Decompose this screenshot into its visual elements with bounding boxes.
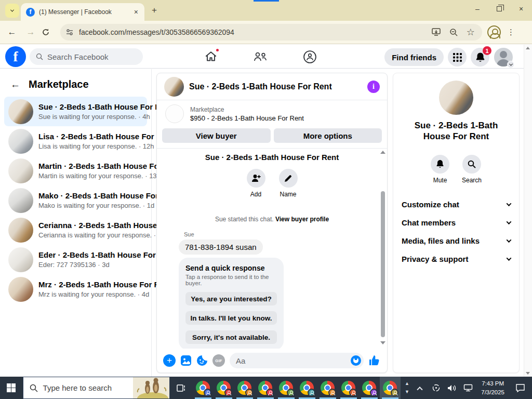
page-scrollbar[interactable] bbox=[524, 45, 532, 377]
account-button[interactable] bbox=[494, 47, 513, 67]
search-highlight-image[interactable] bbox=[133, 377, 169, 398]
notifications-button[interactable]: 1 bbox=[471, 48, 489, 66]
chat-scrollbar-thumb[interactable] bbox=[381, 191, 385, 337]
groups-icon bbox=[303, 50, 317, 64]
tray-expand-button[interactable] bbox=[414, 386, 426, 390]
chat-scrollbar[interactable] bbox=[380, 151, 385, 347]
restore-button[interactable] bbox=[488, 0, 510, 18]
browser-profile-icon[interactable] bbox=[487, 25, 501, 39]
quick-response-option-2[interactable]: In talks. I'll let you know. bbox=[185, 311, 277, 325]
facebook-header: f Search Facebook Find friends bbox=[0, 45, 524, 69]
address-bar[interactable]: facebook.com/messages/t/3053586656936209… bbox=[60, 24, 482, 41]
browser-menu-icon[interactable]: ⋮ bbox=[507, 28, 515, 37]
tray-app-icon[interactable] bbox=[430, 383, 442, 392]
composer-more-button[interactable]: + bbox=[163, 354, 176, 367]
scroll-down-icon[interactable] bbox=[380, 341, 385, 347]
taskbar-search[interactable]: Type here to search bbox=[23, 377, 170, 399]
reload-button[interactable] bbox=[42, 28, 57, 36]
minimize-button[interactable]: – bbox=[467, 0, 488, 18]
chrome-window-5[interactable] bbox=[276, 377, 297, 399]
chevron-down-icon bbox=[10, 8, 14, 12]
view-buyer-button[interactable]: View buyer bbox=[162, 128, 271, 143]
scroll-up-icon[interactable] bbox=[380, 151, 385, 156]
emoji-icon[interactable] bbox=[351, 355, 361, 366]
chrome-icon bbox=[321, 381, 335, 395]
section-privacy-support[interactable]: Privacy & support bbox=[393, 250, 519, 268]
find-friends-button[interactable]: Find friends bbox=[384, 48, 444, 66]
conversation-item-martin[interactable]: Martin · 2-Beds 1-Bath House For ... Mar… bbox=[4, 156, 147, 185]
home-tab[interactable] bbox=[200, 46, 222, 68]
conversation-item-mrz[interactable]: Mrz · 2-Beds 1-Bath House For Rent Mrz i… bbox=[4, 274, 147, 304]
conversation-avatar bbox=[8, 247, 33, 272]
gif-button[interactable]: GIF bbox=[212, 354, 225, 367]
taskbar-clock[interactable]: 7:43 PM 7/3/2025 bbox=[478, 379, 508, 396]
restore-icon bbox=[497, 6, 502, 11]
section-chat-members[interactable]: Chat members bbox=[393, 214, 519, 232]
message-bubble[interactable]: 781-838-1894 susan bbox=[179, 240, 263, 255]
thumbs-up-button[interactable] bbox=[368, 354, 381, 367]
message-input[interactable]: Aa bbox=[230, 353, 364, 368]
name-chat-button[interactable]: Name bbox=[279, 169, 298, 198]
more-options-button[interactable]: More options bbox=[274, 128, 382, 143]
conversation-meta: Sue is waiting for your response. · 4h bbox=[38, 113, 172, 121]
chrome-window-4[interactable] bbox=[255, 377, 276, 399]
taskbar-overflow-arrows[interactable]: ▲ ▼ bbox=[401, 377, 414, 399]
view-buyer-profile-link[interactable]: View buyer profile bbox=[275, 216, 329, 223]
chrome-window-6[interactable] bbox=[297, 377, 317, 399]
back-icon[interactable]: ← bbox=[10, 79, 20, 90]
url-text[interactable]: facebook.com/messages/t/3053586656936209… bbox=[79, 28, 427, 36]
network-icon[interactable] bbox=[462, 384, 474, 392]
browser-tab[interactable]: f (1) Messenger | Facebook × bbox=[21, 3, 144, 21]
back-button[interactable]: ← bbox=[4, 27, 20, 37]
chrome-window-8[interactable] bbox=[338, 377, 359, 399]
bookmark-star-icon[interactable]: ☆ bbox=[467, 26, 475, 38]
quick-response-option-3[interactable]: Sorry, it's not available. bbox=[185, 330, 277, 344]
sticker-icon[interactable] bbox=[196, 355, 208, 366]
friends-tab[interactable] bbox=[249, 46, 271, 68]
section-media-files-links[interactable]: Media, files and links bbox=[393, 232, 519, 250]
overflow-down-icon[interactable]: ▼ bbox=[405, 390, 409, 394]
action-center-button[interactable] bbox=[511, 383, 529, 392]
section-customize-chat[interactable]: Customize chat bbox=[393, 195, 519, 214]
overflow-up-icon[interactable]: ▲ bbox=[405, 381, 409, 386]
conversation-meta: Mrz is waiting for your response. · 4d bbox=[38, 290, 171, 298]
chrome-window-3[interactable] bbox=[234, 377, 255, 399]
mute-button[interactable]: Mute bbox=[431, 155, 449, 184]
browser-tabstrip: f (1) Messenger | Facebook × + – × bbox=[0, 0, 532, 21]
chrome-window-2[interactable] bbox=[214, 377, 234, 399]
facebook-logo[interactable]: f bbox=[5, 46, 26, 67]
apps-menu-button[interactable] bbox=[448, 48, 467, 66]
new-tab-button[interactable]: + bbox=[149, 5, 160, 16]
zoom-icon[interactable] bbox=[449, 28, 458, 37]
search-conversation-button[interactable]: Search bbox=[462, 155, 482, 184]
quick-response-option-1[interactable]: Yes, are you interested? bbox=[185, 292, 277, 305]
groups-tab[interactable] bbox=[299, 46, 321, 68]
conversation-info-button[interactable]: i bbox=[367, 81, 380, 93]
chrome-window-10-active[interactable] bbox=[380, 377, 401, 399]
close-window-button[interactable]: × bbox=[510, 0, 532, 18]
conversation-item-eder[interactable]: Eder · 2-Beds 1-Bath House For Rent Eder… bbox=[4, 245, 147, 274]
tab-search-button[interactable] bbox=[5, 4, 19, 18]
install-app-icon[interactable] bbox=[432, 28, 441, 36]
conversation-item-mako[interactable]: Mako · 2-Beds 1-Bath House For R... Mako… bbox=[4, 185, 147, 215]
conversation-item-cerianna[interactable]: Cerianna · 2-Beds 1-Bath House Fo... Cer… bbox=[4, 215, 147, 245]
page-scroll-up-icon[interactable] bbox=[526, 47, 530, 49]
forward-button[interactable]: → bbox=[23, 27, 38, 37]
volume-icon[interactable] bbox=[446, 384, 458, 392]
page-scroll-down-icon[interactable] bbox=[526, 372, 530, 375]
chrome-window-9[interactable] bbox=[359, 377, 380, 399]
message-block: Sue 781-838-1894 susan Send a quick resp… bbox=[179, 231, 284, 349]
tab-close-icon[interactable]: × bbox=[133, 8, 139, 16]
add-member-button[interactable]: Add bbox=[247, 169, 265, 198]
site-info-icon[interactable] bbox=[65, 28, 74, 36]
chat-title[interactable]: Sue · 2-Beds 1-Bath House For Rent bbox=[189, 82, 362, 91]
attach-image-icon[interactable] bbox=[180, 355, 192, 366]
pencil-icon bbox=[284, 175, 292, 182]
start-button[interactable] bbox=[0, 377, 23, 399]
conversation-item-lisa[interactable]: Lisa · 2-Beds 1-Bath House For Rent Lisa… bbox=[4, 126, 147, 156]
chrome-window-7[interactable] bbox=[317, 377, 338, 399]
conversation-item-sue[interactable]: Sue · 2-Beds 1-Bath House For Rent Sue i… bbox=[4, 97, 147, 126]
facebook-search[interactable]: Search Facebook bbox=[30, 48, 143, 65]
chrome-window-1[interactable] bbox=[193, 377, 214, 399]
task-view-button[interactable] bbox=[170, 377, 193, 399]
